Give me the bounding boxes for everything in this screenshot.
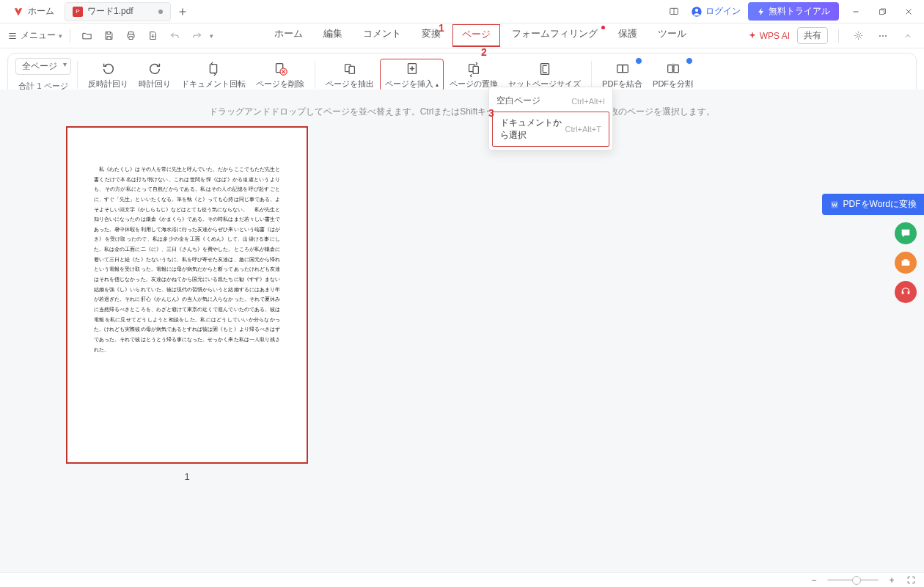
maintab-home[interactable]: ホーム [265, 24, 312, 47]
menu-label: メニュー [21, 29, 56, 42]
callout-1: 1 [439, 22, 444, 34]
page-canvas[interactable]: ドラッグアンドドロップしてページを並べ替えます。CtrlまたはShiftキーを押… [0, 90, 924, 572]
svg-rect-18 [667, 65, 672, 72]
headset-icon [900, 286, 912, 298]
tab-app-home[interactable]: ホーム [6, 2, 62, 21]
page-insert-icon [404, 61, 420, 77]
home-tab-label: ホーム [28, 5, 54, 18]
save-icon [103, 30, 114, 41]
chevron-up-icon [903, 32, 912, 40]
svg-rect-5 [880, 10, 884, 14]
login-label: ログイン [705, 5, 741, 18]
split-pdf-button[interactable]: PDFを分割 [648, 59, 697, 91]
chat-icon [900, 227, 912, 239]
rotate-doc-button[interactable]: ドキュメント回転 [177, 59, 250, 91]
open-button[interactable] [78, 27, 95, 45]
doc-rotate-icon [205, 61, 221, 77]
hamburger-icon [7, 31, 18, 41]
unsaved-dot-icon [158, 10, 163, 14]
svg-point-3 [695, 8, 698, 11]
user-icon [691, 6, 703, 18]
redo-button[interactable] [188, 27, 205, 45]
convert-to-word-button[interactable]: PDFをWordに変換 [822, 194, 924, 215]
pro-badge-icon [686, 57, 693, 65]
wps-ai-button[interactable]: WPS AI [747, 31, 790, 41]
svg-rect-11 [349, 66, 354, 73]
wps-logo-icon [13, 7, 23, 17]
insert-page-button[interactable]: ページを挿入 ▴ [380, 59, 444, 92]
maintab-page[interactable]: ページ [452, 24, 500, 47]
undo-icon [169, 30, 180, 41]
svg-rect-21 [831, 201, 837, 208]
pro-badge-icon [635, 57, 642, 65]
rotate-cw-button[interactable]: 時計回り [134, 59, 175, 91]
svg-point-6 [857, 34, 859, 37]
dd-label: ドキュメントから選択 [500, 117, 565, 142]
word-convert-icon [829, 200, 840, 210]
dd-label: 空白ページ [496, 95, 540, 107]
zoom-in-button[interactable]: + [886, 575, 898, 586]
rotate-ccw-button[interactable]: 反時計回り [84, 59, 133, 91]
maintab-tool[interactable]: ツール [649, 24, 695, 47]
export-button[interactable] [144, 27, 161, 45]
page-content-preview: 私《わたくし》はその人を常に先生と呼んでいた。だからここでもただ先生と書くだけで… [67, 128, 307, 376]
fullscreen-button[interactable] [905, 575, 917, 586]
svg-rect-7 [210, 64, 216, 73]
bolt-icon [757, 7, 766, 16]
gear-icon [853, 30, 864, 41]
rotate-ccw-icon [100, 61, 117, 77]
insert-from-document-item[interactable]: ドキュメントから選択 Ctrl+Alt+T [492, 112, 609, 147]
trial-label: 無料トライアル [769, 5, 830, 18]
more-button[interactable]: ⋯ [874, 27, 892, 45]
pdf-file-icon: P [73, 7, 83, 17]
svg-rect-19 [673, 65, 678, 72]
split-icon [665, 61, 681, 77]
maintab-form[interactable]: フォームフィリング [503, 24, 606, 47]
collapse-ribbon-button[interactable] [899, 27, 917, 45]
print-button[interactable] [122, 27, 139, 45]
convert-label: PDFをWordに変換 [843, 198, 917, 211]
maintab-protect[interactable]: 保護 [609, 24, 646, 47]
plus-icon [177, 7, 188, 17]
layout-icon[interactable] [664, 2, 683, 21]
share-button[interactable]: 共有 [797, 27, 828, 44]
window-minimize-button[interactable] [846, 2, 865, 21]
status-bar: − + [0, 572, 924, 587]
shortcut-label: Ctrl+Alt+T [565, 125, 601, 134]
page-thumbnail[interactable]: 私《わたくし》はその人を常に先生と呼んでいた。だからここでもただ先生と書くだけで… [66, 126, 308, 464]
page-extract-icon [342, 61, 358, 77]
undo-button[interactable] [166, 27, 183, 45]
page-number-label: 1 [66, 471, 308, 482]
rotate-cw-icon [147, 61, 163, 77]
callout-3: 3 [488, 107, 494, 119]
window-close-button[interactable] [899, 2, 918, 21]
zoom-slider[interactable] [827, 579, 879, 581]
delete-page-button[interactable]: ページを削除 [252, 59, 309, 91]
hamburger-menu-button[interactable]: メニュー ▾ [7, 29, 62, 42]
tab-file[interactable]: P ワード1.pdf [65, 2, 171, 21]
main-tabbar: メニュー ▾ ▾ ホーム 編集 コメント 変換 ページ フォームフィリング 保護… [0, 23, 924, 48]
minimize-icon [851, 7, 860, 16]
fab-tools[interactable] [895, 252, 917, 274]
maintab-comment[interactable]: コメント [354, 24, 410, 47]
free-trial-button[interactable]: 無料トライアル [748, 2, 839, 21]
page-size-icon [537, 61, 553, 77]
extract-page-button[interactable]: ページを抽出 [321, 59, 378, 91]
save-button[interactable] [100, 27, 117, 45]
login-button[interactable]: ログイン [691, 5, 741, 18]
maintab-edit[interactable]: 編集 [315, 24, 351, 47]
fab-feedback[interactable] [895, 222, 917, 244]
tab-add-button[interactable] [174, 3, 191, 21]
page-range-select[interactable]: 全ページ [15, 58, 71, 75]
fab-help[interactable] [895, 281, 917, 303]
window-restore-button[interactable] [873, 2, 892, 21]
folder-icon [81, 30, 92, 41]
insert-page-dropdown: 空白ページ Ctrl+Alt+I ドキュメントから選択 Ctrl+Alt+T [488, 87, 613, 150]
new-dot-icon [601, 26, 605, 29]
print-icon [125, 30, 136, 41]
settings-button[interactable] [849, 27, 867, 45]
zoom-out-button[interactable]: − [808, 575, 820, 586]
merge-icon [615, 61, 631, 77]
fullscreen-icon [906, 575, 916, 585]
insert-blank-page-item[interactable]: 空白ページ Ctrl+Alt+I [489, 90, 612, 112]
